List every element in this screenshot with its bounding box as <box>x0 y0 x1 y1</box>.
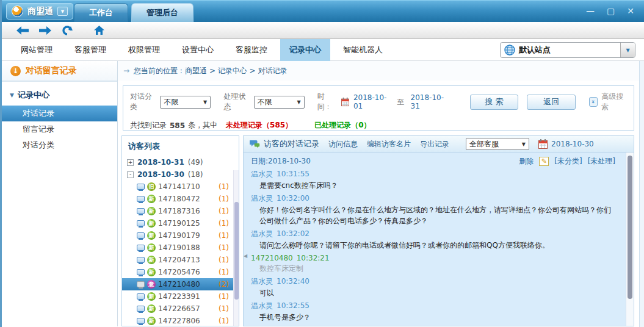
scrollbar-thumb[interactable] <box>234 202 239 300</box>
session-date-label: 日期:2018-10-30 <box>251 156 311 167</box>
return-button[interactable]: 返回 <box>527 95 576 110</box>
menu-permission-management[interactable]: 权限管理 <box>119 39 169 61</box>
logo-dropdown-icon[interactable]: ▼ <box>57 7 68 16</box>
double-chevron-down-icon: » <box>589 97 598 107</box>
visitor-row-selected[interactable]: 意 147210480 (2) <box>122 278 239 290</box>
group-count: (49) <box>188 158 203 167</box>
visitor-id: 147205476 <box>158 268 200 276</box>
breadcrumb-text: 您当前的位置：商盟通 > 记录中心 > 对话记录 <box>134 66 287 76</box>
menu-record-center[interactable]: 记录中心 <box>280 39 330 61</box>
menu-settings-center[interactable]: 设置中心 <box>173 39 223 61</box>
visitor-row[interactable]: 新 147204713 (1) <box>122 254 239 266</box>
nav-toolbar <box>2 22 644 39</box>
visitor-row[interactable]: 新 147190188 (1) <box>122 242 239 254</box>
visitor-row[interactable]: 新 147227806 (1) <box>122 315 239 326</box>
visitor-row[interactable]: 新 147187316 (1) <box>122 205 239 217</box>
visitor-list-scrollbar[interactable] <box>233 170 239 326</box>
main-menubar: 网站管理 客服管理 权限管理 设置中心 客服监控 记录中心 智能机器人 默认站点… <box>2 39 644 61</box>
unprocessed-tag-link[interactable]: [未处理] <box>588 156 615 167</box>
calendar-icon[interactable] <box>538 139 548 149</box>
monitor-icon <box>137 269 145 275</box>
message-header: 温水灵10:32:00 <box>251 193 615 204</box>
message-time: 10:32:55 <box>277 301 309 310</box>
agent-name: 温水灵 <box>251 170 273 178</box>
summary-suffix: 条，其中 <box>188 120 217 131</box>
visitor-session-count: (1) <box>219 292 229 301</box>
date-from-field[interactable]: 2018-10-01 <box>353 93 391 110</box>
advanced-search-label: 高级搜索 <box>601 92 627 112</box>
menu-service-monitor[interactable]: 客服监控 <box>226 39 277 61</box>
visit-info-link[interactable]: 访问信息 <box>328 139 358 149</box>
visitor-session-count: (1) <box>219 219 229 228</box>
visitor-row[interactable]: 新 147180472 (1) <box>122 193 239 205</box>
visitor-id: 147141710 <box>158 182 200 191</box>
app-logo-icon <box>12 5 23 17</box>
message-text: 是需要cnc数控车床吗？ <box>251 181 615 191</box>
edit-pencil-icon[interactable]: ✎ <box>539 157 549 166</box>
visitor-row[interactable]: 新 147190125 (1) <box>122 217 239 229</box>
old-visitor-badge: 旧 <box>147 182 156 191</box>
new-visitor-badge: 新 <box>147 243 156 252</box>
app-window: 商盟通 ▼ 工作台 管理后台 — ▢ ✕ 网站管理 客服管理 权限管理 <box>0 0 644 327</box>
filter-row: 对话分类 不限 ▼ 处理状态 不限 ▼ 时间： 2018-10-01 <box>130 92 627 112</box>
monitor-icon <box>137 196 145 202</box>
close-button[interactable]: ✕ <box>627 5 634 17</box>
delete-link[interactable]: 删除 <box>519 156 534 167</box>
processed-records-link[interactable]: 已处理记录（0） <box>314 120 371 131</box>
sidebar-item-message-records[interactable]: 留言记录 <box>2 121 117 137</box>
edit-visitor-card-link[interactable]: 编辑访客名片 <box>367 139 411 149</box>
visitor-name: 147210480 <box>251 254 293 262</box>
visitor-list-panel: 访客列表 + 2018-10-31 (49) - 2018-10-30 (18)… <box>121 135 239 326</box>
menu-service-management[interactable]: 客服管理 <box>65 39 115 61</box>
site-selector[interactable]: 默认站点 ▼ <box>500 42 635 58</box>
unprocessed-records-link[interactable]: 未处理记录（585） <box>226 120 292 131</box>
status-filter-select[interactable]: 不限 ▼ <box>254 96 305 109</box>
visitor-group-row[interactable]: - 2018-10-30 (18) <box>122 168 239 181</box>
agent-filter-select[interactable]: 全部客服 ▼ <box>466 138 529 150</box>
monitor-icon <box>137 220 145 226</box>
refresh-button[interactable] <box>62 26 73 35</box>
visitor-row[interactable]: 新 147223391 (1) <box>122 290 239 303</box>
tab-workbench[interactable]: 工作台 <box>74 3 128 22</box>
unclassified-tag-link[interactable]: [未分类] <box>554 156 582 167</box>
category-filter-select[interactable]: 不限 ▼ <box>160 96 211 109</box>
message-time: 10:32:02 <box>277 229 309 238</box>
agent-name: 温水灵 <box>251 229 273 238</box>
date-to-field[interactable]: 2018-10-31 <box>411 93 449 110</box>
chat-scrollbar[interactable] <box>626 153 634 326</box>
menu-smart-robot[interactable]: 智能机器人 <box>334 39 392 61</box>
sidebar-tree-root[interactable]: ▼ 记录中心 <box>2 82 117 106</box>
status-filter-value: 不限 <box>258 97 272 107</box>
dropdown-arrow-icon: ▼ <box>522 142 526 147</box>
visitor-group-row[interactable]: + 2018-10-31 (49) <box>122 156 239 168</box>
sidebar-item-dialog-records[interactable]: 对话记录 <box>2 106 117 121</box>
maximize-button[interactable]: ▢ <box>607 5 615 17</box>
sidebar-item-dialog-categories[interactable]: 对话分类 <box>2 137 117 153</box>
minimize-button[interactable]: — <box>586 5 595 17</box>
export-records-link[interactable]: 导出记录 <box>420 139 449 149</box>
menu-site-management[interactable]: 网站管理 <box>12 39 62 61</box>
advanced-search[interactable]: » 高级搜索 <box>589 92 627 112</box>
download-circle-icon: ↓ <box>10 66 21 76</box>
visitor-session-count: (1) <box>219 304 229 313</box>
chat-message: 温水灵10:32:40 可以 <box>251 276 615 298</box>
back-button[interactable] <box>16 26 29 35</box>
tab-admin-backend[interactable]: 管理后台 <box>131 3 194 22</box>
forward-arrow-icon <box>39 26 51 35</box>
expand-icon[interactable]: + <box>127 159 134 166</box>
agent-name: 温水灵 <box>251 301 273 310</box>
monitor-icon <box>137 257 145 263</box>
site-selector-arrow-icon[interactable]: ▼ <box>620 43 635 57</box>
visitor-row[interactable]: 新 147205476 (1) <box>122 266 239 278</box>
forward-button[interactable] <box>39 26 51 35</box>
calendar-icon[interactable] <box>341 97 349 107</box>
visitor-row[interactable]: 旧 147141710 (1) <box>122 181 239 193</box>
visitor-row[interactable]: 新 147190179 (1) <box>122 229 239 242</box>
home-button[interactable] <box>94 26 104 35</box>
panel-collapse-icon[interactable]: ◀ <box>244 253 247 259</box>
search-button[interactable]: 搜 索 <box>470 95 519 110</box>
collapse-icon[interactable]: - <box>127 171 134 178</box>
app-logo-box[interactable]: 商盟通 ▼ <box>6 3 73 20</box>
visitor-row[interactable]: 新 147226657 (1) <box>122 303 239 315</box>
scrollbar-thumb[interactable] <box>628 156 632 299</box>
